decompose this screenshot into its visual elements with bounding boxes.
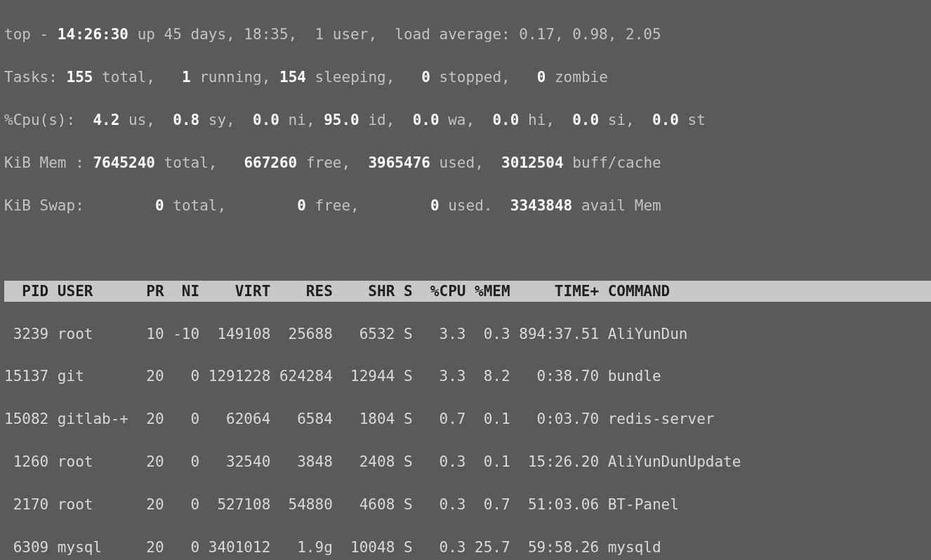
process-row: 6309 mysql 20 0 3401012 1.9g 10048 S 0.3… — [4, 537, 931, 558]
process-row: 1260 root 20 0 32540 3848 2408 S 0.3 0.1… — [4, 451, 931, 472]
process-row: 15082 gitlab-+ 20 0 62064 6584 1804 S 0.… — [4, 408, 931, 429]
summary-line-swap: KiB Swap: 0 total, 0 free, 0 used. 33438… — [4, 195, 931, 216]
summary-line-tasks: Tasks: 155 total, 1 running, 154 sleepin… — [4, 67, 931, 88]
process-table-header: PID USER PR NI VIRT RES SHR S %CPU %MEM … — [4, 281, 931, 302]
summary-line-mem: KiB Mem : 7645240 total, 667260 free, 39… — [4, 152, 931, 173]
process-row: 3239 root 10 -10 149108 25688 6532 S 3.3… — [4, 324, 931, 345]
process-row: 15137 git 20 0 1291228 624284 12944 S 3.… — [4, 366, 931, 387]
process-row: 2170 root 20 0 527108 54880 4608 S 0.3 0… — [4, 494, 931, 515]
summary-line-cpu: %Cpu(s): 4.2 us, 0.8 sy, 0.0 ni, 95.0 id… — [4, 109, 931, 131]
terminal-top-output: top - 14:26:30 up 45 days, 18:35, 1 user… — [0, 0, 931, 560]
blank-line — [4, 238, 931, 259]
summary-line-uptime: top - 14:26:30 up 45 days, 18:35, 1 user… — [4, 24, 931, 45]
